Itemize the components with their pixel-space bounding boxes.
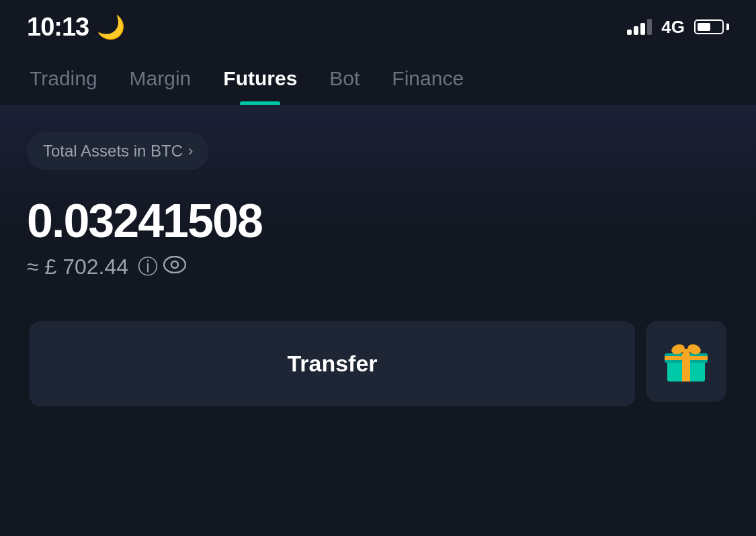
battery-fill bbox=[698, 23, 710, 31]
battery-body bbox=[694, 19, 724, 34]
tab-finance[interactable]: Finance bbox=[376, 55, 480, 105]
signal-bar-4 bbox=[647, 19, 652, 35]
svg-point-1 bbox=[171, 261, 178, 268]
navigation-tabs: Trading Margin Futures Bot Finance bbox=[0, 48, 756, 105]
main-content: Total Assets in BTC › 0.03241508 ≈ £ 702… bbox=[0, 105, 756, 427]
battery-icon bbox=[694, 19, 729, 34]
fiat-approx-text: ≈ £ 702.44 bbox=[27, 255, 128, 279]
status-bar: 10:13 🌙 4G bbox=[0, 0, 756, 48]
chevron-right-icon: › bbox=[188, 142, 193, 160]
signal-bar-3 bbox=[640, 23, 645, 35]
signal-bars-icon bbox=[627, 19, 652, 35]
time-display: 10:13 bbox=[27, 13, 89, 42]
status-time-container: 10:13 🌙 bbox=[27, 13, 124, 42]
transfer-button[interactable]: Transfer bbox=[30, 321, 635, 406]
visibility-toggle-icon[interactable]: ⓘ bbox=[138, 253, 186, 281]
btc-amount-display: 0.03241508 bbox=[27, 194, 729, 248]
signal-bar-2 bbox=[634, 26, 638, 35]
tab-margin[interactable]: Margin bbox=[114, 55, 208, 105]
tab-bot[interactable]: Bot bbox=[313, 55, 376, 105]
total-assets-label: Total Assets in BTC bbox=[43, 142, 183, 161]
tab-futures[interactable]: Futures bbox=[207, 55, 313, 105]
status-right: 4G bbox=[627, 17, 729, 38]
moon-icon: 🌙 bbox=[97, 13, 124, 40]
total-assets-button[interactable]: Total Assets in BTC › bbox=[27, 132, 209, 170]
action-section: Transfer bbox=[27, 321, 729, 406]
fiat-value-display: ≈ £ 702.44 ⓘ bbox=[27, 253, 729, 281]
svg-point-0 bbox=[164, 257, 185, 273]
battery-tip bbox=[726, 24, 729, 30]
gift-button[interactable] bbox=[646, 321, 726, 402]
btc-value: 0.03241508 bbox=[27, 194, 262, 248]
tab-trading[interactable]: Trading bbox=[13, 55, 114, 105]
svg-rect-5 bbox=[665, 356, 708, 360]
svg-point-8 bbox=[683, 349, 689, 355]
network-type: 4G bbox=[661, 17, 685, 38]
signal-bar-1 bbox=[627, 30, 632, 35]
